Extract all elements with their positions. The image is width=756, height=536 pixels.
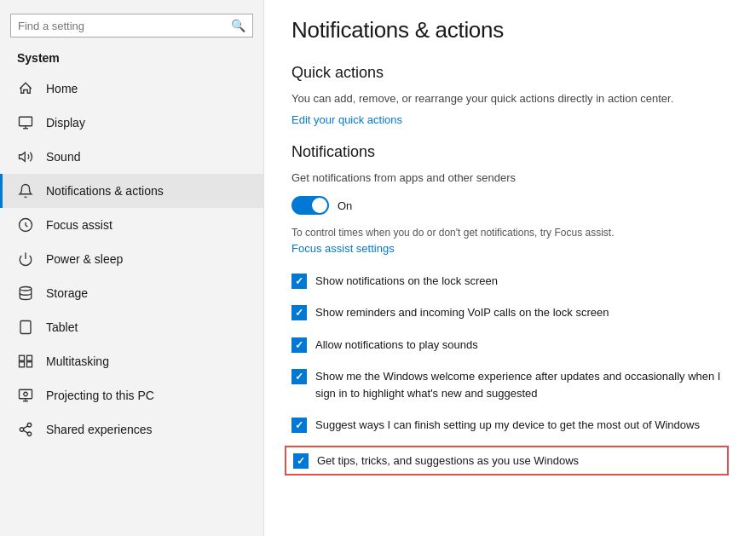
sidebar-item-display-label: Display	[46, 116, 85, 130]
svg-rect-12	[27, 362, 32, 367]
sidebar-item-focus-assist-label: Focus assist	[46, 218, 113, 232]
notifications-toggle-row: On	[291, 196, 729, 215]
notifications-title: Notifications	[291, 143, 729, 161]
sidebar-item-sound-label: Sound	[46, 150, 80, 164]
projecting-icon	[17, 387, 34, 404]
svg-rect-7	[20, 321, 31, 334]
sidebar-section-title: System	[0, 48, 263, 72]
checkbox-row-suggest-ways: Suggest ways I can finish setting up my …	[291, 413, 729, 437]
sidebar-item-projecting-label: Projecting to this PC	[46, 389, 154, 402]
svg-rect-13	[20, 389, 32, 399]
checkbox-row-sounds: Allow notifications to play sounds	[291, 333, 729, 357]
checkbox-list: Show notifications on the lock screen Sh…	[291, 269, 729, 476]
checkbox-row-voip: Show reminders and incoming VoIP calls o…	[291, 301, 729, 325]
sidebar-item-display[interactable]: Display	[0, 106, 263, 140]
checkbox-lock-screen-label: Show notifications on the lock screen	[315, 273, 498, 290]
sidebar-item-notifications-label: Notifications & actions	[46, 184, 164, 198]
checkbox-lock-screen[interactable]	[291, 274, 307, 289]
svg-rect-10	[27, 355, 32, 360]
toggle-label: On	[338, 199, 352, 212]
tablet-icon	[17, 319, 34, 336]
sidebar-item-tablet-label: Tablet	[46, 320, 78, 334]
sidebar-item-home-label: Home	[46, 82, 78, 95]
svg-point-6	[20, 287, 32, 291]
shared-icon	[17, 421, 34, 438]
sidebar-item-notifications[interactable]: Notifications & actions	[0, 174, 263, 208]
sidebar-item-focus-assist[interactable]: Focus assist	[0, 208, 263, 242]
checkbox-sounds[interactable]	[291, 337, 307, 353]
sidebar-item-shared-label: Shared experiences	[46, 423, 153, 436]
svg-rect-11	[20, 362, 25, 367]
sidebar-item-home[interactable]: Home	[0, 72, 263, 106]
svg-line-21	[23, 426, 27, 429]
quick-actions-title: Quick actions	[291, 64, 729, 82]
main-content: Notifications & actions Quick actions Yo…	[264, 0, 756, 536]
checkbox-row-lock-screen: Show notifications on the lock screen	[291, 269, 729, 293]
checkbox-voip[interactable]	[291, 305, 307, 320]
sidebar-item-multitasking[interactable]: Multitasking	[0, 344, 263, 378]
checkbox-voip-label: Show reminders and incoming VoIP calls o…	[315, 304, 609, 321]
notifications-toggle[interactable]	[291, 196, 329, 215]
sidebar-item-multitasking-label: Multitasking	[46, 354, 109, 368]
sidebar-item-projecting[interactable]: Projecting to this PC	[0, 378, 263, 412]
svg-point-17	[27, 424, 32, 428]
checkbox-suggest-ways-label: Suggest ways I can finish setting up my …	[315, 417, 700, 434]
sidebar-item-power-sleep[interactable]: Power & sleep	[0, 242, 263, 276]
storage-icon	[17, 285, 34, 302]
focus-assist-settings-link[interactable]: Focus assist settings	[291, 242, 395, 255]
svg-point-18	[20, 428, 24, 432]
checkbox-welcome[interactable]	[291, 369, 307, 384]
sidebar-item-power-sleep-label: Power & sleep	[46, 252, 123, 266]
search-box[interactable]: 🔍	[10, 14, 253, 37]
svg-line-20	[23, 430, 27, 433]
notifications-toggle-desc: Get notifications from apps and other se…	[291, 170, 729, 187]
svg-point-16	[24, 392, 28, 396]
search-icon[interactable]: 🔍	[231, 19, 245, 32]
svg-rect-9	[20, 355, 25, 360]
sidebar-item-storage-label: Storage	[46, 286, 88, 300]
multitasking-icon	[17, 353, 34, 370]
svg-marker-3	[20, 153, 26, 162]
page-title: Notifications & actions	[291, 17, 729, 43]
svg-rect-0	[20, 117, 32, 126]
checkbox-tips[interactable]	[293, 453, 309, 469]
display-icon	[17, 114, 34, 131]
focus-assist-icon	[17, 216, 34, 233]
checkbox-suggest-ways[interactable]	[291, 418, 307, 433]
notifications-icon	[17, 182, 34, 199]
sidebar-item-storage[interactable]: Storage	[0, 276, 263, 310]
edit-quick-actions-link[interactable]: Edit your quick actions	[291, 113, 402, 126]
focus-note: To control times when you do or don't ge…	[291, 225, 729, 257]
sound-icon	[17, 148, 34, 165]
checkbox-row-welcome: Show me the Windows welcome experience a…	[291, 365, 729, 405]
sidebar: 🔍 System Home Display Sound	[0, 0, 264, 536]
checkbox-welcome-label: Show me the Windows welcome experience a…	[315, 368, 729, 401]
checkbox-sounds-label: Allow notifications to play sounds	[315, 337, 478, 354]
quick-actions-desc: You can add, remove, or rearrange your q…	[291, 90, 729, 107]
checkbox-tips-label: Get tips, tricks, and suggestions as you…	[317, 452, 579, 470]
home-icon	[17, 80, 34, 97]
sidebar-item-shared[interactable]: Shared experiences	[0, 412, 263, 447]
checkbox-row-tips: Get tips, tricks, and suggestions as you…	[285, 446, 729, 476]
svg-point-19	[27, 432, 32, 436]
sidebar-item-sound[interactable]: Sound	[0, 140, 263, 174]
search-input[interactable]	[18, 20, 231, 32]
power-icon	[17, 251, 34, 268]
sidebar-item-tablet[interactable]: Tablet	[0, 310, 263, 344]
